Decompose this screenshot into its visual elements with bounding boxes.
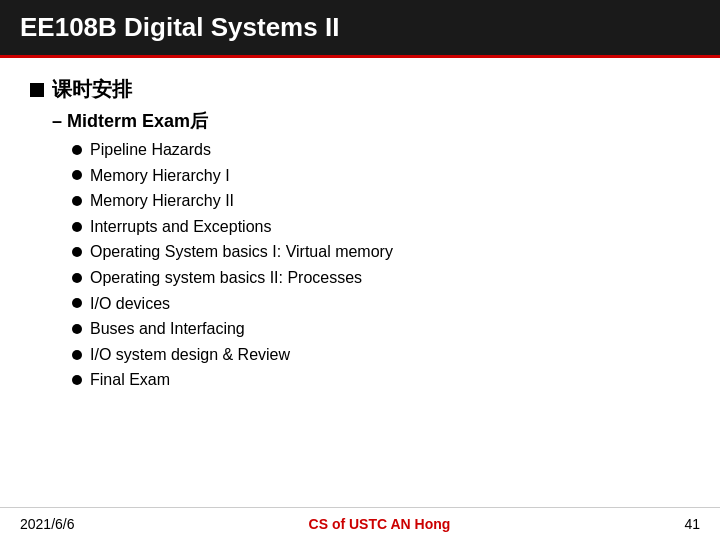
- circle-bullet-icon: [72, 273, 82, 283]
- square-bullet-icon: [30, 83, 44, 97]
- list-item: Buses and Interfacing: [72, 316, 690, 342]
- circle-bullet-icon: [72, 298, 82, 308]
- sub-section: – Midterm Exam后 Pipeline Hazards Memory …: [52, 109, 690, 393]
- list-item: Memory Hierarchy I: [72, 163, 690, 189]
- slide: EE108B Digital Systems II 课时安排 – Midterm…: [0, 0, 720, 540]
- slide-title: EE108B Digital Systems II: [20, 12, 339, 42]
- list-item: Pipeline Hazards: [72, 137, 690, 163]
- circle-bullet-icon: [72, 170, 82, 180]
- list-item-text: I/O system design & Review: [90, 342, 290, 368]
- list-item: Final Exam: [72, 367, 690, 393]
- list-item: Operating system basics II: Processes: [72, 265, 690, 291]
- slide-footer: 2021/6/6 CS of USTC AN Hong 41: [0, 507, 720, 540]
- circle-bullet-icon: [72, 222, 82, 232]
- subsection-label: – Midterm Exam后: [52, 109, 690, 133]
- circle-bullet-icon: [72, 350, 82, 360]
- circle-bullet-icon: [72, 145, 82, 155]
- section-header: 课时安排: [30, 76, 690, 103]
- list-item-text: Operating System basics I: Virtual memor…: [90, 239, 393, 265]
- list-item-text: I/O devices: [90, 291, 170, 317]
- list-item-text: Operating system basics II: Processes: [90, 265, 362, 291]
- list-item: Operating System basics I: Virtual memor…: [72, 239, 690, 265]
- list-item-text: Memory Hierarchy II: [90, 188, 234, 214]
- list-item-text: Buses and Interfacing: [90, 316, 245, 342]
- slide-content: 课时安排 – Midterm Exam后 Pipeline Hazards Me…: [0, 58, 720, 407]
- list-item-text: Pipeline Hazards: [90, 137, 211, 163]
- list-item-text: Interrupts and Exceptions: [90, 214, 271, 240]
- circle-bullet-icon: [72, 324, 82, 334]
- circle-bullet-icon: [72, 247, 82, 257]
- slide-header: EE108B Digital Systems II: [0, 0, 720, 55]
- list-item: Interrupts and Exceptions: [72, 214, 690, 240]
- footer-page: 41: [684, 516, 700, 532]
- footer-date: 2021/6/6: [20, 516, 75, 532]
- list-item: Memory Hierarchy II: [72, 188, 690, 214]
- list-item: I/O system design & Review: [72, 342, 690, 368]
- list-item-text: Final Exam: [90, 367, 170, 393]
- section-title: 课时安排: [52, 76, 132, 103]
- circle-bullet-icon: [72, 196, 82, 206]
- footer-center: CS of USTC AN Hong: [309, 516, 451, 532]
- bullet-list: Pipeline Hazards Memory Hierarchy I Memo…: [72, 137, 690, 393]
- circle-bullet-icon: [72, 375, 82, 385]
- list-item-text: Memory Hierarchy I: [90, 163, 230, 189]
- list-item: I/O devices: [72, 291, 690, 317]
